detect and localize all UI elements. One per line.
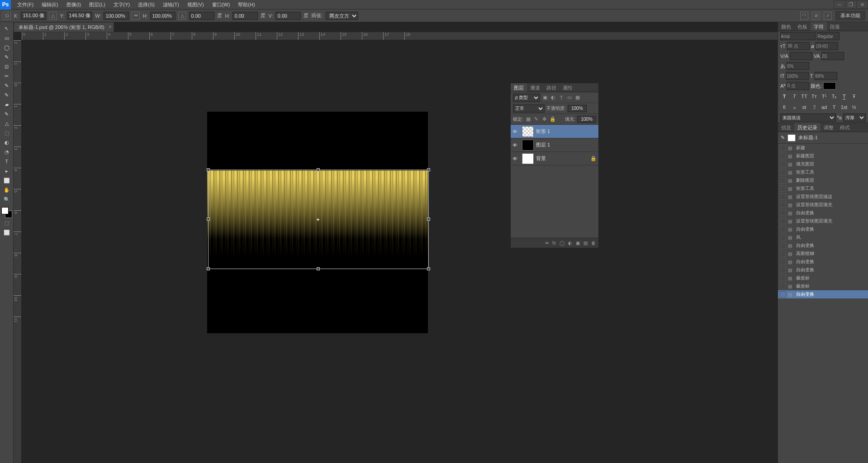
history-checkbox[interactable] [780, 177, 786, 184]
history-checkbox[interactable] [780, 202, 786, 208]
hscale-input[interactable] [815, 72, 837, 80]
history-item[interactable]: ▤ 矩形工具 [778, 184, 868, 193]
visibility-icon[interactable]: 👁 [512, 142, 520, 148]
text-color-swatch[interactable] [823, 82, 836, 90]
blend-mode-select[interactable]: 正常 [513, 104, 545, 113]
w-input[interactable] [104, 12, 129, 20]
tab-properties[interactable]: 属性 [560, 83, 576, 92]
transform-ref-icon[interactable]: ⊡ [3, 12, 11, 20]
quick-mask-icon[interactable]: ⬚ [2, 218, 12, 227]
history-item[interactable]: ▤ 极坐标 [778, 282, 868, 290]
canvas-area[interactable]: 未标题-1.psd @ 206% (矩形 1, RGB/8) × 0123456… [14, 22, 778, 463]
type-tool[interactable]: T [2, 157, 12, 166]
history-checkbox[interactable] [780, 161, 786, 167]
minimize-button[interactable]: ─ [834, 0, 845, 9]
group-icon[interactable]: ▣ [576, 241, 580, 246]
menu-select[interactable]: 选择(S) [134, 0, 158, 9]
warp-icon[interactable]: ◠ [800, 12, 808, 20]
lang-select[interactable]: 美国英语 [780, 113, 836, 122]
tab-layers[interactable]: 图层 [511, 83, 527, 92]
filter-adjust-icon[interactable]: ◐ [550, 94, 556, 101]
stamp-tool[interactable]: ▰ [2, 100, 12, 109]
tracking-input[interactable] [821, 52, 844, 60]
close-tab-icon[interactable]: × [109, 24, 111, 29]
menu-edit[interactable]: 编辑(E) [38, 0, 62, 9]
menu-filter[interactable]: 滤镜(T) [159, 0, 183, 9]
lock-pos-icon[interactable]: ✥ [541, 116, 548, 123]
marquee-tool[interactable]: ▭ [2, 33, 12, 43]
layer-thumbnail[interactable] [522, 153, 534, 164]
history-checkbox[interactable] [780, 169, 786, 175]
layer-row[interactable]: 👁 矩形 1 [511, 125, 598, 138]
tab-paths[interactable]: 路径 [543, 83, 560, 92]
visibility-icon[interactable]: 👁 [512, 156, 520, 161]
filter-type-icon[interactable]: T [558, 94, 564, 101]
adjustment-icon[interactable]: ◐ [568, 241, 572, 246]
hand-tool[interactable]: ✋ [2, 185, 12, 194]
delete-layer-icon[interactable]: 🗑 [591, 241, 596, 246]
leading-input[interactable] [816, 42, 838, 50]
move-tool[interactable]: ↖ [2, 24, 12, 33]
history-item[interactable]: ▤ 矩形工具 [778, 168, 868, 176]
menu-help[interactable]: 帮助(H) [234, 0, 258, 9]
history-checkbox[interactable] [780, 234, 786, 241]
layer-kind-select[interactable]: ρ 类型 [513, 94, 540, 102]
history-item[interactable]: ▤ 自由变换 [778, 266, 868, 274]
history-checkbox[interactable] [780, 242, 786, 249]
filter-image-icon[interactable]: ▣ [542, 94, 548, 101]
history-item[interactable]: ▤ 新建 [778, 144, 868, 152]
scale-input[interactable] [787, 62, 809, 70]
lasso-tool[interactable]: ◯ [2, 43, 12, 52]
underline-button[interactable]: T̲ [840, 93, 848, 100]
italic-button[interactable]: T [790, 93, 798, 100]
font-family-select[interactable] [780, 32, 816, 40]
swash-button[interactable]: ℐ [810, 104, 818, 111]
history-checkbox[interactable] [780, 194, 786, 200]
mask-icon[interactable]: ◯ [560, 241, 564, 246]
history-checkbox[interactable] [780, 275, 786, 281]
superscript-button[interactable]: T¹ [820, 93, 828, 100]
tab-channels[interactable]: 通道 [527, 83, 543, 92]
history-brush-tool[interactable]: ✎ [2, 109, 12, 118]
history-checkbox[interactable] [780, 210, 786, 216]
smallcaps-button[interactable]: Tт [810, 93, 818, 100]
history-item[interactable]: ▤ 自由变换 [778, 209, 868, 217]
history-item[interactable]: ▤ 极坐标 [778, 274, 868, 282]
strike-button[interactable]: Ŧ [850, 93, 858, 100]
history-item[interactable]: ▤ 删除图层 [778, 176, 868, 184]
tab-history[interactable]: 历史记录 [794, 123, 821, 132]
dodge-tool[interactable]: ◔ [2, 147, 12, 156]
hskew-input[interactable] [232, 12, 258, 20]
h-input[interactable] [150, 12, 175, 20]
menu-view[interactable]: 视图(V) [184, 0, 208, 9]
menu-window[interactable]: 窗口(W) [209, 0, 234, 9]
ligature-button[interactable]: fi [780, 104, 788, 111]
fill-input[interactable] [577, 116, 596, 123]
history-item[interactable]: ▤ 设置形状图层填充 [778, 217, 868, 225]
link-wh-icon[interactable]: ⚮ [132, 12, 140, 20]
history-item[interactable]: ▤ 自由变换 [778, 258, 868, 266]
tab-swatches[interactable]: 色板 [794, 22, 811, 31]
close-button[interactable]: ✕ [856, 0, 868, 9]
tab-color[interactable]: 颜色 [778, 22, 794, 31]
tab-paragraph[interactable]: 段落 [827, 22, 843, 31]
document-tab[interactable]: 未标题-1.psd @ 206% (矩形 1, RGB/8) × [14, 22, 114, 32]
angle-input[interactable] [189, 12, 214, 20]
history-item[interactable]: ▤ 高斯模糊 [778, 250, 868, 258]
screen-mode-icon[interactable]: ⬜ [2, 228, 12, 237]
allcaps-button[interactable]: TT [800, 93, 808, 100]
menu-image[interactable]: 图像(I) [63, 0, 85, 9]
x-input[interactable] [21, 12, 46, 20]
layer-thumbnail[interactable] [522, 126, 534, 137]
menu-type[interactable]: 文字(Y) [110, 0, 134, 9]
layer-row[interactable]: 👁 图层 1 [511, 138, 598, 152]
font-style-select[interactable] [817, 32, 840, 40]
lock-paint-icon[interactable]: ✎ [533, 116, 540, 123]
baseline-input[interactable] [787, 82, 809, 90]
history-checkbox[interactable] [780, 145, 786, 151]
cursive-button[interactable]: ℴ [790, 104, 798, 111]
eraser-tool[interactable]: △ [2, 119, 12, 128]
layer-name[interactable]: 背景 [536, 155, 590, 162]
crop-tool[interactable]: ⊡ [2, 62, 12, 71]
history-item[interactable]: ▤ 新建图层 [778, 152, 868, 160]
